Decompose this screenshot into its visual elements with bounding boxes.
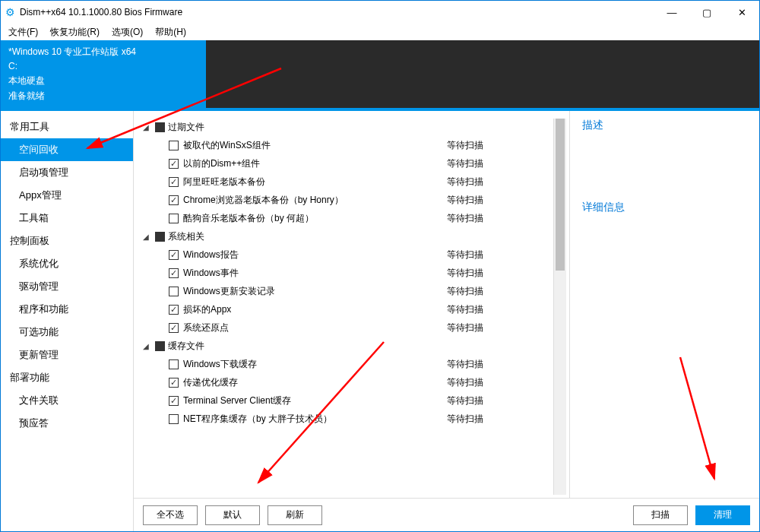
checkbox[interactable]: ✓	[169, 250, 179, 260]
sidebar-item[interactable]: 预应答	[1, 412, 133, 435]
item-label: Windows事件	[183, 267, 239, 280]
checkbox[interactable]: ✓	[169, 305, 179, 315]
collapse-icon[interactable]: ◢	[143, 342, 152, 350]
checkbox[interactable]: ✓	[169, 268, 179, 278]
item-label: Windows更新安装记录	[183, 285, 275, 298]
tree-group[interactable]: ◢系统相关	[143, 228, 553, 246]
tree-item[interactable]: ✓传递优化缓存等待扫描	[143, 374, 553, 392]
sidebar-item[interactable]: 工具箱	[1, 207, 133, 230]
scan-button[interactable]: 扫描	[633, 505, 688, 525]
tree-item[interactable]: ✓阿里旺旺老版本备份等待扫描	[143, 173, 553, 192]
menu-recover[interactable]: 恢复功能(R)	[50, 26, 100, 39]
sidebar-item[interactable]: 文件关联	[1, 389, 133, 412]
sidebar-item[interactable]: 更新管理	[1, 344, 133, 366]
checkbox[interactable]	[155, 341, 165, 351]
tree-item[interactable]: ✓Chrome浏览器老版本备份（by Honry）等待扫描	[143, 192, 553, 210]
default-button[interactable]: 默认	[205, 505, 260, 525]
details-label: 详细信息	[582, 201, 747, 214]
item-status: 等待扫描	[447, 194, 553, 207]
sidebar-item[interactable]: 可选功能	[1, 321, 133, 344]
item-status: 等待扫描	[447, 303, 553, 316]
select-none-button[interactable]: 全不选	[143, 505, 198, 525]
menu-help[interactable]: 帮助(H)	[155, 26, 186, 39]
item-label: 阿里旺旺老版本备份	[183, 176, 265, 188]
checkbox[interactable]: ✓	[169, 323, 179, 333]
checkbox[interactable]	[169, 141, 179, 150]
item-label: Terminal Server Client缓存	[183, 394, 291, 407]
checkbox[interactable]	[169, 359, 179, 369]
tree-group[interactable]: ◢过期文件	[143, 119, 553, 137]
item-label: 被取代的WinSxS组件	[183, 139, 271, 152]
collapse-icon[interactable]: ◢	[143, 123, 152, 131]
group-label: 过期文件	[168, 121, 204, 134]
item-label: Windows报告	[183, 249, 239, 261]
details-panel: 描述 详细信息	[569, 111, 759, 498]
close-button[interactable]: ✕	[724, 1, 759, 24]
sidebar-item[interactable]: 驱动管理	[1, 275, 133, 298]
gear-icon: ⚙	[5, 6, 15, 18]
os-panel: *Windows 10 专业工作站版 x64 C: 本地硬盘 准备就绪	[1, 40, 759, 108]
refresh-button[interactable]: 刷新	[268, 505, 322, 525]
window-title: Dism++x64 10.1.1000.80 Bios Firmware	[20, 7, 182, 17]
item-status: 等待扫描	[447, 285, 553, 298]
item-status: 等待扫描	[447, 321, 553, 334]
item-status: 等待扫描	[447, 139, 553, 152]
sidebar-group: 控制面板	[1, 230, 133, 252]
collapse-icon[interactable]: ◢	[143, 233, 152, 241]
item-status: 等待扫描	[447, 394, 553, 407]
menubar: 文件(F) 恢复功能(R) 选项(O) 帮助(H)	[1, 24, 759, 40]
item-status: 等待扫描	[447, 157, 553, 170]
os-name: *Windows 10 专业工作站版 x64	[8, 45, 198, 59]
checkbox[interactable]: ✓	[169, 177, 179, 187]
scrollbar[interactable]	[553, 119, 566, 495]
clean-button[interactable]: 清理	[695, 505, 750, 525]
tree-item[interactable]: NET程序集缓存（by 大胖子技术员）等待扫描	[143, 410, 553, 429]
checkbox[interactable]	[155, 232, 165, 242]
item-label: NET程序集缓存（by 大胖子技术员）	[183, 413, 332, 426]
checkbox[interactable]	[169, 414, 179, 424]
tree-item[interactable]: Windows下载缓存等待扫描	[143, 356, 553, 374]
tree-item[interactable]: Windows更新安装记录等待扫描	[143, 283, 553, 301]
item-label: 传递优化缓存	[183, 376, 238, 389]
checkbox[interactable]: ✓	[169, 195, 179, 205]
sidebar-item[interactable]: 空间回收	[1, 138, 133, 161]
tree-item[interactable]: 酷狗音乐老版本备份（by 何超）等待扫描	[143, 210, 553, 228]
item-label: Chrome浏览器老版本备份（by Honry）	[183, 194, 344, 207]
maximize-button[interactable]: ▢	[689, 1, 724, 24]
checkbox[interactable]: ✓	[169, 396, 179, 406]
item-status: 等待扫描	[447, 249, 553, 261]
checkbox[interactable]: ✓	[169, 159, 179, 169]
cleanup-tree[interactable]: ◢过期文件被取代的WinSxS组件等待扫描✓以前的Dism++组件等待扫描✓阿里…	[143, 119, 553, 495]
sidebar-item[interactable]: 程序和功能	[1, 298, 133, 321]
sidebar-item[interactable]: Appx管理	[1, 184, 133, 207]
checkbox[interactable]	[169, 287, 179, 296]
menu-options[interactable]: 选项(O)	[112, 26, 143, 39]
os-card[interactable]: *Windows 10 专业工作站版 x64 C: 本地硬盘 准备就绪	[1, 40, 206, 108]
item-label: 系统还原点	[183, 321, 229, 334]
minimize-button[interactable]: ―	[654, 1, 689, 24]
sidebar-item[interactable]: 启动项管理	[1, 161, 133, 184]
item-label: 酷狗音乐老版本备份（by 何超）	[183, 212, 314, 225]
description-label: 描述	[582, 119, 747, 132]
tree-item[interactable]: ✓以前的Dism++组件等待扫描	[143, 155, 553, 173]
item-status: 等待扫描	[447, 176, 553, 188]
scrollbar-thumb[interactable]	[556, 119, 565, 271]
os-disk: 本地硬盘	[8, 74, 198, 88]
group-label: 缓存文件	[168, 340, 204, 353]
checkbox[interactable]	[169, 214, 179, 223]
sidebar-item[interactable]: 系统优化	[1, 252, 133, 275]
tree-group[interactable]: ◢缓存文件	[143, 337, 553, 356]
tree-item[interactable]: ✓系统还原点等待扫描	[143, 319, 553, 337]
menu-file[interactable]: 文件(F)	[8, 26, 38, 39]
checkbox[interactable]: ✓	[169, 378, 179, 388]
tree-item[interactable]: ✓Windows报告等待扫描	[143, 246, 553, 264]
checkbox[interactable]	[155, 122, 165, 132]
item-status: 等待扫描	[447, 267, 553, 280]
tree-item[interactable]: ✓Windows事件等待扫描	[143, 264, 553, 283]
tree-item[interactable]: 被取代的WinSxS组件等待扫描	[143, 137, 553, 155]
tree-item[interactable]: ✓损坏的Appx等待扫描	[143, 301, 553, 319]
titlebar: ⚙ Dism++x64 10.1.1000.80 Bios Firmware ―…	[1, 1, 759, 24]
tree-item[interactable]: ✓Terminal Server Client缓存等待扫描	[143, 392, 553, 410]
sidebar: 常用工具空间回收启动项管理Appx管理工具箱控制面板系统优化驱动管理程序和功能可…	[1, 111, 134, 531]
item-label: 损坏的Appx	[183, 303, 231, 316]
